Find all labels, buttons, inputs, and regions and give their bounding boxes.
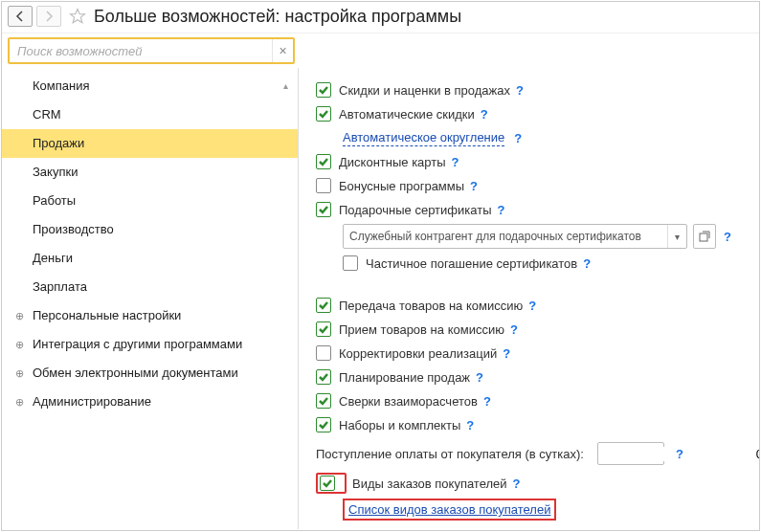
label: Виды заказов покупателей xyxy=(352,477,507,491)
help-icon[interactable]: ? xyxy=(676,447,683,461)
checkbox-order-types[interactable] xyxy=(320,476,335,491)
help-icon[interactable]: ? xyxy=(583,256,591,271)
help-icon[interactable]: ? xyxy=(466,418,474,432)
open-external-button[interactable] xyxy=(693,224,716,249)
help-icon[interactable]: ? xyxy=(514,131,522,145)
row-discounts-markups: Скидки и наценки в продажах ? xyxy=(316,80,746,100)
window-header: Больше возможностей: настройка программы xyxy=(2,2,759,33)
checkbox-kits[interactable] xyxy=(316,417,331,432)
page-title: Больше возможностей: настройка программы xyxy=(94,7,461,27)
sidebar-item-label: Зарплата xyxy=(33,279,87,294)
sidebar-item-label: Компания xyxy=(33,78,90,93)
open-icon xyxy=(699,231,710,242)
sidebar-item-sales[interactable]: Продажи xyxy=(2,129,298,158)
help-icon[interactable]: ? xyxy=(476,370,483,385)
checkbox-auto-discounts[interactable] xyxy=(316,106,331,122)
sidebar-item-label: Продажи xyxy=(33,136,84,150)
sidebar-item-label: Деньги xyxy=(33,251,73,265)
sidebar-item-label: Производство xyxy=(33,222,114,236)
help-icon[interactable]: ? xyxy=(528,299,536,313)
star-icon xyxy=(69,8,86,25)
label: Автоматические скидки xyxy=(339,107,475,122)
help-icon[interactable]: ? xyxy=(483,394,491,409)
row-order-types-link: Список видов заказов покупателей xyxy=(316,499,746,521)
sidebar-item-personal-settings[interactable]: ⊕ Персональные настройки xyxy=(2,301,298,330)
sidebar-item-salary[interactable]: Зарплата xyxy=(2,273,298,301)
checkbox-commission-in[interactable] xyxy=(316,321,331,337)
label: Подарочные сертификаты xyxy=(339,203,491,217)
help-icon[interactable]: ? xyxy=(516,83,524,98)
sidebar-item-integrations[interactable]: ⊕ Интеграция с другими программами xyxy=(2,330,298,359)
collapse-up-icon: ▴ xyxy=(283,78,288,95)
row-sales-adjustments: Корректировки реализаций ? xyxy=(316,344,746,363)
row-payment-days: Поступление оплаты от покупателя (в сутк… xyxy=(316,442,746,465)
body: Компания ▴ CRM Продажи Закупки Работы Пр… xyxy=(2,68,759,529)
auto-rounding-link[interactable]: Автоматическое округление xyxy=(343,130,504,146)
label: Корректировки реализаций xyxy=(339,346,497,361)
sidebar-item-label: Работы xyxy=(33,193,76,208)
checkbox-partial-redemption[interactable] xyxy=(343,255,358,271)
favorite-star-button[interactable] xyxy=(67,6,88,27)
label: Прием товаров на комиссию xyxy=(339,322,504,337)
checkbox-bonus-programs[interactable] xyxy=(316,178,331,193)
label: Наборы и комплекты xyxy=(339,418,460,432)
help-icon[interactable]: ? xyxy=(452,155,459,169)
checkbox-gift-certs[interactable] xyxy=(316,202,331,217)
label: Планирование продаж xyxy=(339,370,470,385)
label: Скидки и наценки в продажах xyxy=(339,83,510,98)
highlight-order-types-checkbox xyxy=(316,473,347,494)
arrow-right-icon xyxy=(43,11,55,22)
payment-days-field[interactable]: ▲ ▼ xyxy=(597,442,664,465)
sidebar-item-label: Персональные настройки xyxy=(33,308,181,322)
gift-cert-counterparty-input[interactable] xyxy=(344,230,667,243)
help-icon[interactable]: ? xyxy=(470,179,478,193)
sidebar-item-administration[interactable]: ⊕ Администрирование xyxy=(2,388,298,416)
row-partial-redemption: Частичное погашение сертификатов ? xyxy=(316,254,746,273)
checkbox-discounts-markups[interactable] xyxy=(316,82,331,98)
row-commission-in: Прием товаров на комиссию ? xyxy=(316,320,746,339)
checkbox-sales-planning[interactable] xyxy=(316,369,331,385)
help-icon[interactable]: ? xyxy=(497,203,504,217)
sidebar-item-production[interactable]: Производство xyxy=(2,215,298,244)
row-sales-planning: Планирование продаж ? xyxy=(316,367,746,387)
row-auto-rounding-link: Автоматическое округление ? xyxy=(316,128,746,147)
sidebar-item-label: CRM xyxy=(33,107,61,122)
help-icon[interactable]: ? xyxy=(503,346,510,361)
help-icon[interactable]: ? xyxy=(513,477,521,491)
checkbox-commission-out[interactable] xyxy=(316,298,331,313)
sidebar-item-label: Администрирование xyxy=(33,394,151,409)
sidebar-item-purchases[interactable]: Закупки xyxy=(2,158,298,187)
svg-rect-0 xyxy=(700,233,707,241)
row-bonus-programs: Бонусные программы ? xyxy=(316,176,746,195)
nav-back-button[interactable] xyxy=(8,6,33,27)
row-gift-cert-counterparty: ▾ ? xyxy=(343,224,746,249)
order-types-link[interactable]: Список видов заказов покупателей xyxy=(348,502,550,517)
label: Передача товаров на комиссию xyxy=(339,299,523,313)
label: Бонусные программы xyxy=(339,179,464,193)
expand-icon: ⊕ xyxy=(13,367,25,379)
gift-cert-counterparty-select[interactable]: ▾ xyxy=(343,224,687,249)
help-icon[interactable]: ? xyxy=(481,107,488,122)
sidebar-item-company[interactable]: Компания ▴ xyxy=(2,72,298,100)
settings-window: Больше возможностей: настройка программы… xyxy=(1,1,760,531)
search-clear-button[interactable]: × xyxy=(272,39,293,62)
search-row: × xyxy=(2,33,759,68)
help-icon[interactable]: ? xyxy=(510,322,518,337)
help-icon[interactable]: ? xyxy=(724,230,731,244)
sidebar-item-edoc-exchange[interactable]: ⊕ Обмен электронными документами xyxy=(2,359,298,388)
sidebar-item-crm[interactable]: CRM xyxy=(2,100,298,129)
arrow-left-icon xyxy=(14,11,26,22)
sidebar-item-money[interactable]: Деньги xyxy=(2,244,298,273)
nav-forward-button[interactable] xyxy=(36,6,61,27)
checkbox-reconciliations[interactable] xyxy=(316,393,331,409)
payment-days-label: Поступление оплаты от покупателя (в сутк… xyxy=(316,447,584,461)
search-input[interactable] xyxy=(10,44,272,58)
sidebar-item-label: Обмен электронными документами xyxy=(33,366,238,380)
row-auto-discounts: Автоматические скидки ? xyxy=(316,104,746,123)
sidebar-item-works[interactable]: Работы xyxy=(2,187,298,215)
dropdown-button[interactable]: ▾ xyxy=(667,225,686,248)
checkbox-sales-adjustments[interactable] xyxy=(316,345,331,361)
checkbox-discount-cards[interactable] xyxy=(316,154,331,169)
row-kits: Наборы и комплекты ? xyxy=(316,415,746,434)
sidebar-item-label: Интеграция с другими программами xyxy=(33,337,242,351)
